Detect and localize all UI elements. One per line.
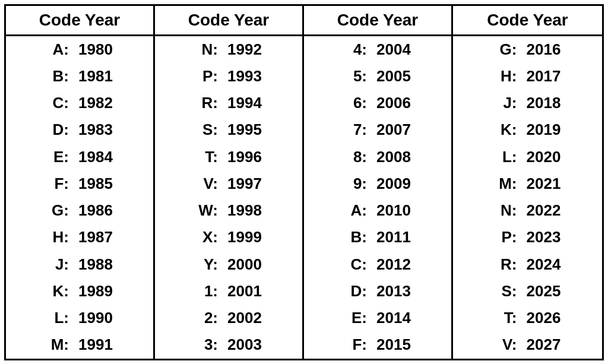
table-row: P:1993: [155, 63, 302, 90]
year-cell: 2024: [522, 255, 569, 274]
table-row: P:2023: [453, 224, 602, 251]
year-cell: 1983: [74, 121, 121, 139]
code-cell: N:: [187, 40, 223, 59]
table-row: G:2016: [453, 36, 602, 63]
data-rows-2: 4:20045:20056:20067:20078:20089:2009A:20…: [304, 36, 451, 359]
table-row: 3:2003: [155, 331, 302, 358]
year-cell: 2003: [223, 335, 270, 354]
code-cell: R:: [187, 94, 223, 112]
year-cell: 2002: [223, 309, 270, 327]
table-row: Y:2000: [155, 251, 302, 278]
table-row: V:2027: [453, 331, 602, 358]
table-row: 1:2001: [155, 278, 302, 305]
code-cell: R:: [486, 255, 522, 274]
year-cell: 2000: [223, 255, 270, 274]
table-row: E:2014: [304, 305, 451, 331]
year-cell: 1989: [74, 282, 121, 300]
year-cell: 1998: [223, 201, 270, 220]
year-cell: 2023: [522, 228, 569, 246]
table-row: N:1992: [155, 36, 302, 63]
table-row: 7:2007: [304, 116, 451, 143]
table-row: R:2024: [453, 251, 602, 278]
code-cell: 1:: [187, 282, 223, 300]
year-cell: 2006: [372, 94, 419, 112]
code-cell: S:: [187, 121, 223, 139]
table-row: L:1990: [6, 305, 153, 331]
year-cell: 1988: [74, 255, 121, 274]
table-row: B:1981: [6, 63, 153, 90]
year-cell: 2020: [522, 148, 569, 166]
year-cell: 1981: [74, 67, 121, 86]
code-cell: G:: [38, 201, 74, 220]
table-row: X:1999: [155, 224, 302, 251]
code-cell: Y:: [187, 255, 223, 274]
year-cell: 2025: [522, 282, 569, 300]
table-row: S:1995: [155, 116, 302, 143]
data-rows-0: A:1980B:1981C:1982D:1983E:1984F:1985G:19…: [6, 36, 153, 359]
year-cell: 2026: [522, 309, 569, 327]
table-row: L:2020: [453, 144, 602, 170]
code-cell: F:: [38, 175, 74, 193]
table-row: S:2025: [453, 278, 602, 305]
code-cell: C:: [38, 94, 74, 112]
table-row: D:2013: [304, 278, 451, 305]
code-cell: 8:: [336, 148, 372, 166]
data-rows-1: N:1992P:1993R:1994S:1995T:1996V:1997W:19…: [155, 36, 302, 359]
table-row: E:1984: [6, 144, 153, 170]
code-cell: B:: [38, 67, 74, 86]
code-cell: E:: [336, 309, 372, 327]
year-cell: 1987: [74, 228, 121, 246]
year-cell: 2011: [372, 228, 419, 246]
year-cell: 2027: [522, 335, 569, 354]
year-cell: 2009: [372, 175, 419, 193]
code-cell: S:: [486, 282, 522, 300]
year-cell: 1992: [223, 40, 270, 59]
table-row: H:2017: [453, 63, 602, 90]
year-cell: 2010: [372, 201, 419, 220]
table-row: G:1986: [6, 197, 153, 224]
code-cell: E:: [38, 148, 74, 166]
year-cell: 1986: [74, 201, 121, 220]
table-row: N:2022: [453, 197, 602, 224]
table-row: M:1991: [6, 331, 153, 358]
table-row: T:1996: [155, 144, 302, 170]
code-cell: 2:: [187, 309, 223, 327]
code-cell: J:: [38, 255, 74, 274]
code-cell: 3:: [187, 335, 223, 354]
table-row: A:1980: [6, 36, 153, 63]
year-cell: 2022: [522, 201, 569, 220]
code-cell: J:: [486, 94, 522, 112]
column-0: Code YearA:1980B:1981C:1982D:1983E:1984F…: [6, 6, 155, 359]
year-cell: 1999: [223, 228, 270, 246]
column-header-1: Code Year: [155, 6, 302, 36]
code-cell: G:: [486, 40, 522, 59]
table-row: B:2011: [304, 224, 451, 251]
table-row: C:2012: [304, 251, 451, 278]
code-year-table: Code YearA:1980B:1981C:1982D:1983E:1984F…: [4, 4, 604, 360]
code-cell: D:: [336, 282, 372, 300]
code-cell: F:: [336, 335, 372, 354]
code-cell: H:: [486, 67, 522, 86]
year-cell: 1995: [223, 121, 270, 139]
code-cell: T:: [187, 148, 223, 166]
year-cell: 2012: [372, 255, 419, 274]
code-cell: K:: [486, 121, 522, 139]
table-row: V:1997: [155, 170, 302, 197]
code-cell: 9:: [336, 175, 372, 193]
code-cell: A:: [336, 201, 372, 220]
year-cell: 2013: [372, 282, 419, 300]
year-cell: 2016: [522, 40, 569, 59]
table-row: K:1989: [6, 278, 153, 305]
table-row: 8:2008: [304, 144, 451, 170]
code-cell: B:: [336, 228, 372, 246]
year-cell: 1985: [74, 175, 121, 193]
year-cell: 2017: [522, 67, 569, 86]
column-header-3: Code Year: [453, 6, 602, 36]
year-cell: 1994: [223, 94, 270, 112]
code-cell: L:: [486, 148, 522, 166]
code-cell: X:: [187, 228, 223, 246]
year-cell: 1980: [74, 40, 121, 59]
code-cell: M:: [38, 335, 74, 354]
column-3: Code YearG:2016H:2017J:2018K:2019L:2020M…: [453, 6, 602, 359]
code-cell: 4:: [336, 40, 372, 59]
